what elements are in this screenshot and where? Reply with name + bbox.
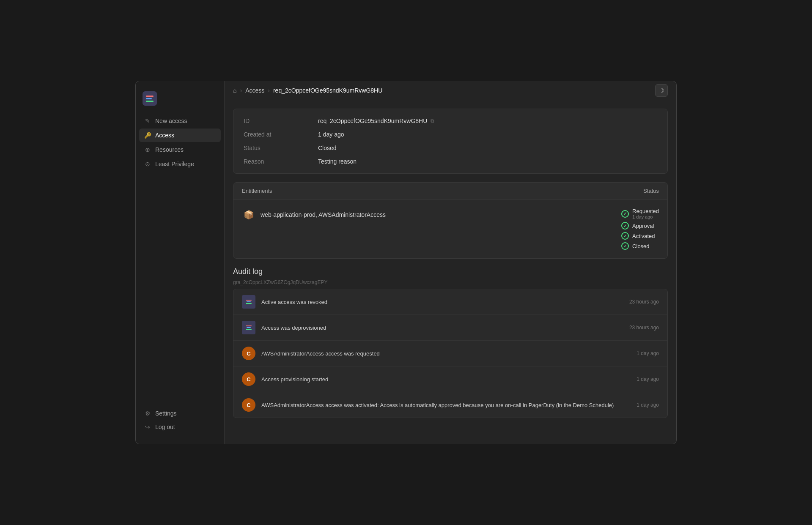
- sidebar-item-label: Log out: [155, 424, 175, 430]
- approval-label: Approval: [632, 223, 654, 229]
- logo-bars: [146, 96, 154, 102]
- audit-text: Access provisioning started: [261, 376, 631, 383]
- audit-text: AWSAdministratorAccess access was reques…: [261, 350, 631, 357]
- entitlement-row: 📦 web-application-prod, AWSAdministrator…: [233, 200, 667, 258]
- audit-item: C AWSAdministratorAccess access was requ…: [233, 341, 667, 366]
- audit-item: Access was deprovisioned 23 hours ago: [233, 315, 667, 341]
- logo-bar-green: [146, 101, 154, 102]
- sidebar-nav: ✎ New access 🔑 Access ⊕ Resources ⊙ Leas…: [136, 114, 224, 403]
- breadcrumb-sep-1: ›: [240, 87, 242, 94]
- home-icon[interactable]: ⌂: [233, 87, 236, 94]
- approval-dot: [621, 222, 629, 230]
- copy-icon[interactable]: ⧉: [431, 118, 434, 124]
- sidebar-item-resources[interactable]: ⊕ Resources: [139, 143, 221, 156]
- id-label: ID: [244, 118, 311, 124]
- status-requested: Requested 1 day ago: [621, 208, 659, 219]
- least-privilege-icon: ⊙: [144, 161, 151, 167]
- sidebar-item-new-access[interactable]: ✎ New access: [139, 114, 221, 128]
- status-activated: Activated: [621, 232, 655, 240]
- audit-item: C AWSAdministratorAccess access was acti…: [233, 392, 667, 418]
- created-at-label: Created at: [244, 131, 311, 138]
- sidebar-item-label: Settings: [155, 410, 177, 417]
- content-area: ID req_2cOppcefOGe95sndK9umRvwG8HU ⧉ Cre…: [225, 100, 676, 427]
- system-avatar: [242, 295, 255, 309]
- sys-bar-2: [247, 327, 251, 328]
- dark-mode-button[interactable]: ☽: [655, 84, 668, 97]
- audit-time: 1 day ago: [636, 402, 659, 408]
- request-info-card: ID req_2cOppcefOGe95sndK9umRvwG8HU ⧉ Cre…: [233, 109, 668, 174]
- app-window: ✎ New access 🔑 Access ⊕ Resources ⊙ Leas…: [135, 81, 677, 444]
- requested-time: 1 day ago: [632, 214, 659, 219]
- table-header: Entitlements Status: [233, 183, 667, 200]
- requested-block: Requested 1 day ago: [632, 208, 659, 219]
- sys-bar-2: [247, 301, 251, 302]
- info-row-created: Created at 1 day ago: [244, 131, 657, 138]
- audit-time: 1 day ago: [636, 350, 659, 356]
- sidebar-item-settings[interactable]: ⚙ Settings: [139, 407, 221, 420]
- id-text: req_2cOppcefOGe95sndK9umRvwG8HU: [318, 118, 427, 124]
- info-row-reason: Reason Testing reason: [244, 158, 657, 165]
- info-row-id: ID req_2cOppcefOGe95sndK9umRvwG8HU ⧉: [244, 118, 657, 124]
- sidebar-item-access[interactable]: 🔑 Access: [139, 129, 221, 142]
- sidebar-bottom: ⚙ Settings ↪ Log out: [136, 403, 224, 437]
- system-bars: [246, 325, 252, 330]
- breadcrumb: ⌂ › Access › req_2cOppcefOGe95sndK9umRvw…: [233, 87, 382, 94]
- logo-icon: [143, 91, 157, 106]
- reason-value: Testing reason: [318, 158, 357, 165]
- sidebar-item-label: Resources: [155, 146, 184, 153]
- sys-bar-3: [246, 329, 252, 330]
- status-value: Closed: [318, 145, 337, 151]
- logout-icon: ↪: [144, 424, 151, 430]
- status-approval: Approval: [621, 222, 654, 230]
- sys-bar-3: [246, 303, 252, 304]
- user-avatar: C: [242, 372, 255, 386]
- audit-log-title: Audit log: [233, 267, 668, 276]
- settings-icon: ⚙: [144, 410, 151, 417]
- activated-label: Activated: [632, 233, 655, 239]
- audit-item: Active access was revoked 23 hours ago: [233, 289, 667, 315]
- closed-dot: [621, 242, 629, 250]
- info-row-status: Status Closed: [244, 145, 657, 151]
- audit-time: 23 hours ago: [629, 299, 659, 305]
- audit-log-id: gra_2cOppcLXZwG6ZOgJqDUwczagEPY: [233, 279, 668, 285]
- dark-mode-icon: ☽: [659, 87, 664, 94]
- activated-dot: [621, 232, 629, 240]
- closed-label: Closed: [632, 243, 649, 249]
- requested-label: Requested: [632, 208, 659, 214]
- reason-label: Reason: [244, 158, 311, 165]
- audit-time: 1 day ago: [636, 376, 659, 382]
- audit-item: C Access provisioning started 1 day ago: [233, 366, 667, 392]
- logo-bar-blue: [146, 98, 152, 99]
- breadcrumb-access[interactable]: Access: [245, 87, 264, 94]
- entitlement-status: Requested 1 day ago Approval Activated: [621, 208, 659, 250]
- sys-bar-1: [246, 325, 252, 326]
- topbar: ⌂ › Access › req_2cOppcefOGe95sndK9umRvw…: [225, 81, 676, 100]
- resources-icon: ⊕: [144, 146, 151, 153]
- status-label: Status: [244, 145, 311, 151]
- sidebar-item-least-privilege[interactable]: ⊙ Least Privilege: [139, 157, 221, 171]
- col-entitlements: Entitlements: [242, 188, 272, 194]
- aws-icon: 📦: [242, 208, 255, 221]
- entitlement-name: web-application-prod, AWSAdministratorAc…: [261, 211, 386, 218]
- sidebar: ✎ New access 🔑 Access ⊕ Resources ⊙ Leas…: [136, 81, 225, 444]
- audit-text: AWSAdministratorAccess access was activa…: [261, 402, 631, 408]
- sidebar-item-label: New access: [155, 118, 187, 124]
- sidebar-item-logout[interactable]: ↪ Log out: [139, 420, 221, 434]
- breadcrumb-request-id: req_2cOppcefOGe95sndK9umRvwG8HU: [273, 87, 382, 94]
- entitlements-card: Entitlements Status 📦 web-application-pr…: [233, 182, 668, 259]
- user-avatar: C: [242, 347, 255, 360]
- breadcrumb-sep-2: ›: [268, 87, 270, 94]
- audit-section: Audit log gra_2cOppcLXZwG6ZOgJqDUwczagEP…: [233, 267, 668, 418]
- access-icon: 🔑: [144, 132, 151, 139]
- logo: [136, 88, 224, 114]
- sidebar-item-label: Access: [155, 132, 174, 139]
- system-bars: [246, 300, 252, 304]
- new-access-icon: ✎: [144, 118, 151, 124]
- audit-list: Active access was revoked 23 hours ago: [233, 289, 668, 418]
- audit-text: Active access was revoked: [261, 299, 623, 305]
- system-avatar: [242, 321, 255, 334]
- requested-dot: [621, 210, 629, 218]
- user-avatar: C: [242, 398, 255, 412]
- sidebar-item-label: Least Privilege: [155, 161, 194, 167]
- logo-bar-red: [146, 96, 154, 97]
